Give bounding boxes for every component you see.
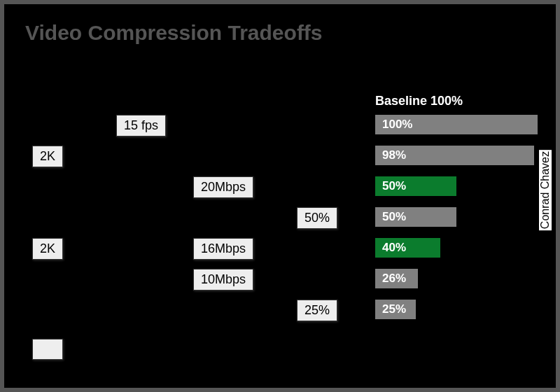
bar-98: 98% [375, 146, 534, 165]
chart-title: Video Compression Tradeoffs [25, 21, 323, 45]
bar-label: 50% [382, 179, 406, 193]
bar-label: 50% [382, 210, 406, 224]
author-credit: Conrad Chavez [539, 150, 552, 230]
tag-16mbps: 16Mbps [193, 238, 253, 260]
bar-100: 100% [375, 115, 538, 134]
bar-label: 98% [382, 148, 406, 162]
tag-50pct: 50% [297, 207, 337, 229]
bar-40: 40% [375, 238, 440, 258]
baseline-label: Baseline 100% [375, 94, 463, 108]
bar-50a: 50% [375, 176, 456, 196]
bar-label: 40% [382, 241, 406, 255]
bar-label: 100% [382, 118, 412, 132]
bar-26: 26% [375, 269, 418, 288]
tag-25pct: 25% [297, 300, 337, 321]
empty-box [32, 339, 63, 360]
bar-label: 25% [382, 302, 406, 316]
tag-15fps: 15 fps [116, 115, 166, 136]
tag-2k-a: 2K [32, 146, 63, 167]
bar-25: 25% [375, 300, 416, 319]
tag-20mbps: 20Mbps [193, 176, 253, 198]
tag-2k-b: 2K [32, 238, 63, 260]
tag-10mbps: 10Mbps [193, 269, 253, 290]
bar-50b: 50% [375, 207, 456, 227]
bar-label: 26% [382, 272, 406, 286]
